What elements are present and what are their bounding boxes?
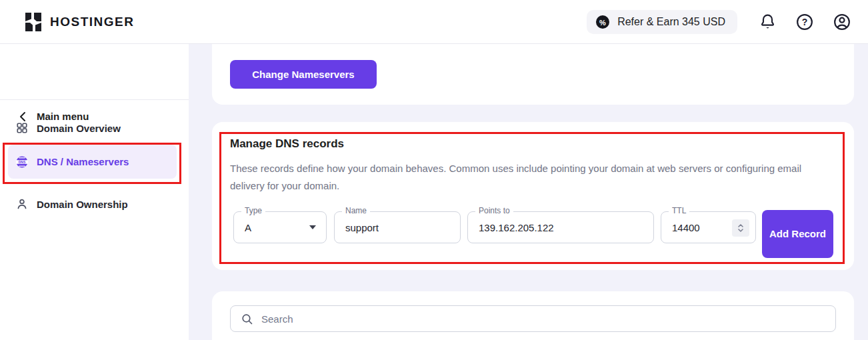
bell-icon xyxy=(759,13,777,31)
manage-dns-description: These records define how your domain beh… xyxy=(230,160,820,195)
chevron-down-icon xyxy=(309,225,316,229)
grid-icon xyxy=(16,122,28,134)
type-label: Type xyxy=(241,206,265,215)
search-input[interactable] xyxy=(231,306,835,331)
ttl-stepper[interactable] xyxy=(732,219,749,237)
percent-seal-icon: % xyxy=(595,14,611,30)
sidebar-item-dns-nameservers[interactable]: DNS DNS / Nameservers xyxy=(8,145,177,179)
top-header: HOSTINGER % Refer & Earn 345 USD xyxy=(0,0,868,44)
help-button[interactable]: ? xyxy=(795,12,815,32)
header-actions: % Refer & Earn 345 USD ? xyxy=(587,10,852,34)
manage-dns-card: Manage DNS records These records define … xyxy=(212,122,854,270)
points-to-input[interactable] xyxy=(468,212,653,243)
manage-dns-title: Manage DNS records xyxy=(230,137,344,151)
ttl-field: TTL xyxy=(661,211,756,243)
sidebar-item-domain-overview[interactable]: Domain Overview xyxy=(8,116,177,140)
dns-globe-icon: DNS xyxy=(16,156,28,168)
sidebar-item-label: Domain Overview xyxy=(37,123,121,134)
dns-records-card xyxy=(212,291,854,340)
refer-earn-button[interactable]: % Refer & Earn 345 USD xyxy=(587,10,737,34)
user-circle-icon xyxy=(833,13,851,31)
sidebar: Main menu Domain Overview DNS DNS / Name… xyxy=(0,44,189,340)
svg-text:?: ? xyxy=(802,17,808,27)
refer-earn-label: Refer & Earn 345 USD xyxy=(617,16,725,28)
svg-text:%: % xyxy=(599,18,606,26)
search-box xyxy=(230,305,836,332)
brand-name: HOSTINGER xyxy=(50,15,134,29)
user-icon xyxy=(16,198,28,210)
hostinger-brand[interactable]: HOSTINGER xyxy=(24,12,134,32)
hostinger-logo-icon xyxy=(24,12,43,32)
svg-text:DNS: DNS xyxy=(19,160,26,164)
name-field: Name xyxy=(334,211,461,243)
sidebar-item-label: DNS / Nameservers xyxy=(37,156,129,167)
points-to-field: Points to xyxy=(467,211,654,243)
name-input[interactable] xyxy=(335,212,460,243)
question-circle-icon: ? xyxy=(795,13,814,31)
add-record-form: Type A Name Points to TTL xyxy=(212,210,854,259)
change-nameservers-button[interactable]: Change Nameservers xyxy=(230,60,377,89)
content-area: Change Nameservers Manage DNS records Th… xyxy=(189,44,868,340)
type-select[interactable]: Type A xyxy=(233,211,327,243)
sidebar-item-domain-ownership[interactable]: Domain Ownership xyxy=(8,192,177,216)
account-button[interactable] xyxy=(832,12,852,32)
nameservers-card: Change Nameservers xyxy=(212,44,854,105)
chevrons-up-down-icon xyxy=(737,223,745,233)
add-record-button[interactable]: Add Record xyxy=(762,210,833,258)
notifications-button[interactable] xyxy=(757,12,777,32)
sidebar-item-label: Domain Ownership xyxy=(37,199,128,210)
type-value: A xyxy=(245,222,251,233)
sidebar-divider xyxy=(0,99,189,100)
